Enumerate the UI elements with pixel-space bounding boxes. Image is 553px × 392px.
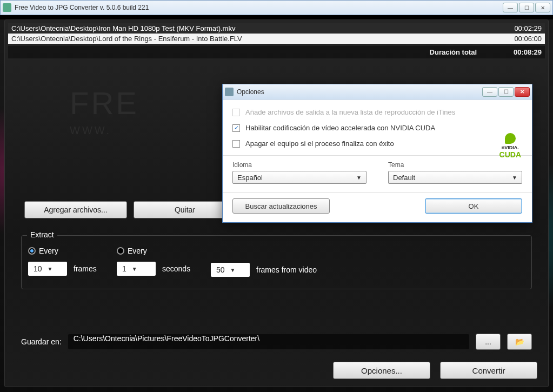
every-seconds-radio[interactable]: Every xyxy=(117,247,147,255)
options-dialog: Opciones — ☐ ✕ Añade archivos de salida … xyxy=(222,84,532,223)
theme-select[interactable]: Default ▼ xyxy=(388,171,522,184)
chevron-down-icon: ▼ xyxy=(132,266,137,272)
total-duration-value: 00:08:29 xyxy=(498,48,542,56)
background-brand-text: FRE WWW. xyxy=(70,85,139,137)
file-duration: 00:06:00 xyxy=(498,35,542,43)
checkbox-icon xyxy=(232,109,240,116)
chevron-down-icon: ▼ xyxy=(512,175,517,181)
chevron-down-icon: ▼ xyxy=(230,267,236,273)
file-duration: 00:02:29 xyxy=(498,24,542,32)
total-frames-select[interactable]: 50▼ xyxy=(211,263,250,277)
remove-button[interactable]: Quitar xyxy=(134,201,236,218)
dialog-titlebar: Opciones — ☐ ✕ xyxy=(223,84,532,99)
open-folder-button[interactable]: 📂 xyxy=(507,334,532,350)
folder-open-icon: 📂 xyxy=(515,337,524,346)
convert-button[interactable]: Convertir xyxy=(440,362,537,379)
browse-button[interactable]: ... xyxy=(476,334,501,350)
dialog-close-button[interactable]: ✕ xyxy=(515,87,530,97)
check-updates-button[interactable]: Buscar actualizaciones xyxy=(232,198,330,214)
main-titlebar: Free Video to JPG Converter v. 5.0.6 bui… xyxy=(0,0,553,15)
file-path: C:\Users\Ontecnia\Desktop\Lord of the Ri… xyxy=(11,35,498,43)
itunes-checkbox-row: Añade archivos de salida a la nueva list… xyxy=(232,108,522,116)
radio-icon xyxy=(28,247,36,255)
file-list: C:\Users\Ontecnia\Desktop\Iron Man HD 10… xyxy=(8,23,545,44)
chevron-down-icon: ▼ xyxy=(48,266,53,272)
nvidia-eye-icon xyxy=(505,133,516,144)
save-path-field[interactable]: C:\Users\Ontecnia\Pictures\FreeVideoToJP… xyxy=(68,334,469,349)
app-icon xyxy=(3,3,11,12)
window-title: Free Video to JPG Converter v. 5.0.6 bui… xyxy=(15,4,502,11)
dialog-title: Opciones xyxy=(237,88,481,96)
language-label: Idioma xyxy=(232,161,367,169)
dialog-icon xyxy=(225,88,234,96)
dialog-minimize-button[interactable]: — xyxy=(482,87,497,97)
total-duration-label: Duración total xyxy=(11,48,498,56)
extract-legend: Extract xyxy=(27,230,57,239)
add-files-button[interactable]: Agregar archivos... xyxy=(24,201,127,218)
nvidia-cuda-logo: nVIDIA. CUDA xyxy=(499,133,521,159)
every-frames-radio[interactable]: Every xyxy=(28,247,58,255)
minimize-button[interactable]: — xyxy=(503,3,518,12)
checkbox-icon: ✓ xyxy=(232,124,240,132)
total-duration-row: Duración total 00:08:29 xyxy=(8,46,545,58)
chevron-down-icon: ▼ xyxy=(356,175,362,181)
frames-count-select[interactable]: 10▼ xyxy=(28,262,67,276)
seconds-count-select[interactable]: 1▼ xyxy=(117,262,156,276)
close-button[interactable]: ✕ xyxy=(535,3,550,12)
checkbox-icon xyxy=(232,140,240,148)
file-row[interactable]: C:\Users\Ontecnia\Desktop\Iron Man HD 10… xyxy=(8,23,545,34)
file-path: C:\Users\Ontecnia\Desktop\Iron Man HD 10… xyxy=(11,24,498,32)
maximize-button[interactable]: ☐ xyxy=(519,3,534,12)
shutdown-checkbox-row[interactable]: Apagar el equipo si el proceso finaliza … xyxy=(232,139,522,148)
dialog-maximize-button[interactable]: ☐ xyxy=(498,87,514,97)
options-button[interactable]: Opciones... xyxy=(333,362,430,379)
radio-icon xyxy=(117,247,124,255)
save-label: Guardar en: xyxy=(21,337,62,346)
language-select[interactable]: Español ▼ xyxy=(232,171,367,184)
extract-group: Extract Every 10▼ frames xyxy=(21,235,532,289)
cuda-checkbox-row[interactable]: ✓ Habilitar codificación de vídeo accele… xyxy=(232,124,522,132)
ok-button[interactable]: OK xyxy=(425,198,522,214)
file-row[interactable]: C:\Users\Ontecnia\Desktop\Lord of the Ri… xyxy=(8,34,545,44)
theme-label: Tema xyxy=(388,161,522,169)
